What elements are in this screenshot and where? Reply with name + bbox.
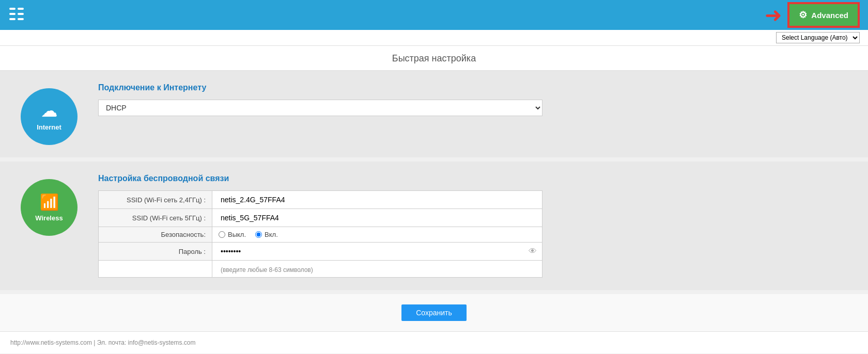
wireless-table: SSID (Wi-Fi сеть 2,4ГГц) : SSID (Wi-Fi с… bbox=[98, 190, 542, 278]
svg-rect-5 bbox=[18, 18, 24, 20]
security-on-radio[interactable] bbox=[255, 231, 262, 238]
header: ➜ ⚙ Advanced bbox=[0, 0, 868, 30]
table-row-ssid-24: SSID (Wi-Fi сеть 2,4ГГц) : bbox=[99, 191, 542, 209]
ssid-24-input[interactable] bbox=[219, 195, 536, 205]
table-row-security: Безопасность: Выкл. Вкл. bbox=[99, 227, 542, 243]
wireless-icon: 📶 Wireless bbox=[21, 179, 78, 236]
arrow-icon: ➜ bbox=[765, 5, 782, 25]
logo bbox=[8, 6, 31, 24]
ssid-5-label: SSID (Wi-Fi сеть 5ГГц) : bbox=[99, 209, 212, 227]
page-title: Быстрая настройка bbox=[392, 53, 476, 63]
security-cell: Выкл. Вкл. bbox=[212, 227, 542, 243]
save-area: Сохранить bbox=[0, 294, 868, 332]
wifi-icon: 📶 bbox=[40, 193, 59, 211]
svg-rect-4 bbox=[18, 13, 24, 15]
svg-rect-2 bbox=[9, 18, 16, 20]
header-right: ➜ ⚙ Advanced bbox=[765, 2, 860, 28]
wireless-section-content: Настройка беспроводной связи SSID (Wi-Fi… bbox=[98, 174, 847, 278]
eye-icon[interactable]: 👁 bbox=[529, 247, 537, 256]
advanced-button[interactable]: ⚙ Advanced bbox=[788, 3, 859, 27]
advanced-label: Advanced bbox=[811, 11, 848, 20]
dhcp-select[interactable]: DHCP Static IP PPPoE bbox=[98, 100, 542, 116]
internet-heading: Подключение к Интернету bbox=[98, 83, 847, 92]
security-off-radio[interactable] bbox=[219, 231, 225, 238]
password-label: Пароль : bbox=[99, 243, 212, 261]
security-on-text: Вкл. bbox=[265, 231, 278, 238]
table-row-password: Пароль : 👁 bbox=[99, 243, 542, 261]
security-on-label[interactable]: Вкл. bbox=[255, 231, 278, 238]
page-title-bar: Быстрая настройка bbox=[0, 46, 868, 71]
cloud-icon: ☁ bbox=[41, 102, 57, 120]
svg-rect-1 bbox=[9, 13, 16, 15]
footer-copyright: http://www.netis-systems.com | Эл. почта… bbox=[10, 339, 195, 346]
hint-cell: (введите любые 8-63 символов) bbox=[212, 261, 542, 278]
table-row-hint: (введите любые 8-63 символов) bbox=[99, 261, 542, 278]
advanced-wrapper: ⚙ Advanced bbox=[787, 2, 860, 28]
password-cell: 👁 bbox=[212, 243, 542, 261]
gear-icon: ⚙ bbox=[799, 9, 807, 21]
security-radio-group: Выкл. Вкл. bbox=[219, 231, 536, 238]
footer: http://www.netis-systems.com | Эл. почта… bbox=[0, 332, 868, 353]
password-input[interactable] bbox=[219, 246, 504, 256]
wireless-heading: Настройка беспроводной связи bbox=[98, 174, 847, 183]
security-off-text: Выкл. bbox=[228, 231, 246, 238]
svg-rect-3 bbox=[18, 8, 24, 10]
security-label: Безопасность: bbox=[99, 227, 212, 243]
logo-icon bbox=[8, 6, 31, 24]
arrow-wrapper: ➜ bbox=[765, 5, 783, 25]
table-row-ssid-5: SSID (Wi-Fi сеть 5ГГц) : bbox=[99, 209, 542, 227]
ssid-5-cell bbox=[212, 209, 542, 227]
hint-empty-cell bbox=[99, 261, 212, 278]
ssid-24-label: SSID (Wi-Fi сеть 2,4ГГц) : bbox=[99, 191, 212, 209]
internet-label: Internet bbox=[37, 123, 61, 131]
ssid-5-input[interactable] bbox=[219, 213, 536, 223]
wireless-section: 📶 Wireless Настройка беспроводной связи … bbox=[0, 162, 868, 294]
internet-icon: ☁ Internet bbox=[21, 88, 78, 145]
svg-rect-0 bbox=[9, 8, 16, 10]
save-button[interactable]: Сохранить bbox=[401, 304, 467, 321]
ssid-24-cell bbox=[212, 191, 542, 209]
security-off-label[interactable]: Выкл. bbox=[219, 231, 246, 238]
password-hint: (введите любые 8-63 символов) bbox=[219, 266, 536, 273]
language-bar: Select Language (Авто) bbox=[0, 30, 868, 46]
language-select[interactable]: Select Language (Авто) bbox=[776, 32, 860, 43]
wireless-label: Wireless bbox=[35, 214, 63, 222]
internet-section-content: Подключение к Интернету DHCP Static IP P… bbox=[98, 83, 847, 116]
internet-section: ☁ Internet Подключение к Интернету DHCP … bbox=[0, 71, 868, 162]
